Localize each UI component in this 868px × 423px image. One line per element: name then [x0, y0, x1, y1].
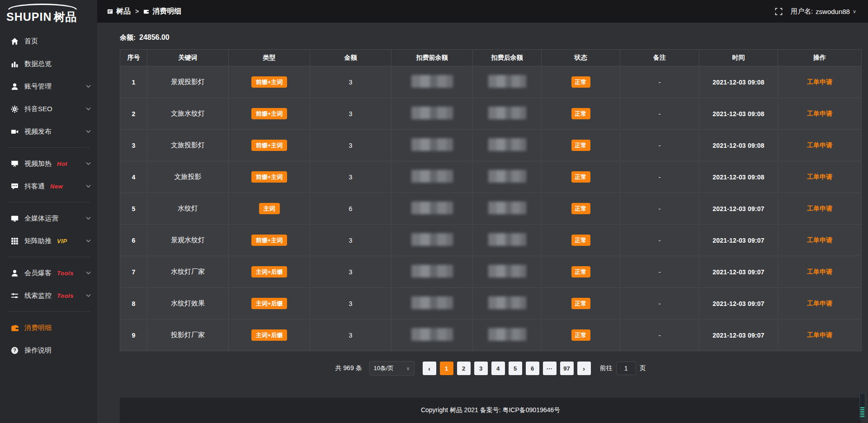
- sidebar-item-label: 数据总览: [24, 60, 52, 68]
- sidebar-item-question[interactable]: ? 操作说明: [0, 339, 97, 362]
- cell-remark: -: [620, 256, 699, 288]
- type-badge: 主词+后缀: [251, 266, 288, 277]
- question-icon: ?: [11, 347, 19, 354]
- ticket-request-link[interactable]: 工单申请: [807, 331, 832, 338]
- type-badge: 主词+后缀: [251, 329, 288, 341]
- status-badge: 正常: [571, 108, 590, 119]
- ticket-request-link[interactable]: 工单申请: [807, 173, 832, 180]
- page-button-4[interactable]: 4: [491, 362, 505, 375]
- ticket-request-link[interactable]: 工单申请: [807, 110, 832, 117]
- type-badge: 前缀+主词: [251, 76, 288, 88]
- sidebar-item-chat[interactable]: 抖客通 New: [0, 175, 97, 197]
- cell-time: 2021-12-03 09:07: [699, 193, 778, 225]
- column-header: 金额: [310, 50, 392, 66]
- sidebar-item-badge: New: [50, 183, 63, 190]
- sidebar-item-label: 操作说明: [24, 346, 52, 355]
- breadcrumb-root-label: 树品: [116, 7, 131, 16]
- sidebar-item-label: 会员爆客: [24, 269, 52, 277]
- page-button-group: 123456···97: [440, 362, 574, 375]
- ticket-request-link[interactable]: 工单申请: [807, 236, 832, 244]
- goto-page-input[interactable]: [616, 362, 636, 375]
- next-page-button[interactable]: ›: [577, 362, 591, 375]
- status-badge: 正常: [571, 140, 590, 151]
- sidebar-item-badge: Hot: [57, 160, 67, 167]
- sidebar-item-bar-chart[interactable]: 数据总览: [0, 52, 97, 75]
- cell-index: 8: [120, 288, 147, 320]
- wallet-icon: [11, 324, 19, 332]
- sidebar-item-label: 全媒体运营: [24, 214, 58, 223]
- type-badge: 前缀+主词: [251, 235, 288, 246]
- chevron-down-icon: [86, 216, 91, 220]
- sidebar-item-badge: VIP: [57, 238, 67, 244]
- sidebar-item-monitor[interactable]: 全媒体运营: [0, 207, 97, 230]
- breadcrumb-root[interactable]: 树品: [107, 7, 131, 16]
- cell-time: 2021-12-03 09:07: [699, 256, 778, 288]
- page-button-2[interactable]: 2: [457, 362, 471, 375]
- column-header: 扣费前余额: [392, 50, 473, 66]
- wallet-icon: [143, 9, 149, 14]
- page-button-3[interactable]: 3: [474, 362, 488, 375]
- bar-chart-icon: [11, 60, 19, 68]
- sidebar-item-label: 首页: [24, 37, 38, 46]
- ticket-request-link[interactable]: 工单申请: [807, 205, 832, 212]
- page-button-1[interactable]: 1: [440, 362, 453, 375]
- cell-remark: -: [620, 66, 699, 98]
- sidebar-item-wallet[interactable]: 消费明细: [0, 316, 97, 339]
- prev-page-button[interactable]: ‹: [423, 362, 436, 375]
- cell-keyword: 水纹灯效果: [147, 288, 229, 320]
- chevron-down-icon: [86, 130, 91, 133]
- cell-remark: -: [620, 193, 699, 225]
- fullscreen-icon[interactable]: [775, 8, 783, 15]
- ticket-request-link[interactable]: 工单申请: [807, 268, 832, 275]
- sidebar-menu: 首页 数据总览 账号管理 抖音SEO 视频发布 视频加热 Hot 抖客通 New…: [0, 29, 97, 423]
- cell-amount: 3: [310, 288, 392, 320]
- sidebar-item-home[interactable]: 首页: [0, 30, 97, 52]
- column-header: 操作: [778, 50, 862, 66]
- sidebar-item-label: 矩阵助推: [24, 237, 52, 245]
- status-badge: 正常: [571, 298, 590, 309]
- breadcrumb-current-label: 消费明细: [152, 7, 181, 16]
- cell-keyword: 文旅水纹灯: [147, 98, 229, 130]
- masked-balance-after: [488, 107, 526, 119]
- cell-remark: -: [620, 320, 699, 351]
- doc-icon: [107, 9, 113, 14]
- table-row: 2 文旅水纹灯 前缀+主词 3 正常 - 2021-12-03 09:08 工单…: [120, 98, 862, 130]
- balance-value: 24856.00: [139, 33, 170, 41]
- page-button-97[interactable]: 97: [560, 362, 574, 375]
- masked-balance-before: [411, 202, 453, 214]
- sidebar-item-screen[interactable]: 视频加热 Hot: [0, 152, 97, 175]
- more-pages-button[interactable]: ···: [543, 362, 557, 375]
- table-header-row: 序号关键词类型金额扣费前余额扣费后余额状态备注时间操作: [120, 50, 862, 66]
- chevron-down-icon: [86, 85, 91, 88]
- sidebar-item-grid[interactable]: 矩阵助推 VIP: [0, 230, 97, 252]
- pagination: 共 969 条 10条/页 ∨ ‹ 123456···97 › 前往 页: [120, 361, 861, 376]
- cell-index: 4: [120, 161, 147, 193]
- masked-balance-before: [411, 107, 453, 119]
- ticket-request-link[interactable]: 工单申请: [807, 300, 832, 307]
- breadcrumb-current[interactable]: 消费明细: [143, 7, 181, 16]
- sidebar-item-sliders[interactable]: 线索监控 Tools: [0, 284, 97, 307]
- masked-balance-before: [411, 233, 453, 246]
- sidebar-item-badge: Tools: [57, 292, 74, 299]
- status-badge: 正常: [571, 235, 590, 246]
- sidebar-item-member[interactable]: 会员爆客 Tools: [0, 262, 97, 284]
- page-button-6[interactable]: 6: [526, 362, 539, 375]
- page-size-select[interactable]: 10条/页 ∨: [369, 361, 415, 376]
- sidebar-item-user[interactable]: 账号管理: [0, 75, 97, 98]
- sidebar-item-gear[interactable]: 抖音SEO: [0, 98, 97, 120]
- sidebar-divider: [7, 202, 90, 202]
- masked-balance-after: [488, 296, 526, 309]
- cell-keyword: 景观水纹灯: [147, 225, 229, 256]
- type-badge: 前缀+主词: [251, 140, 288, 151]
- cell-remark: -: [620, 288, 699, 320]
- user-menu[interactable]: 用户名: zswodun88 ∨: [791, 7, 856, 16]
- sidebar-item-video-camera[interactable]: 视频发布: [0, 120, 97, 143]
- mini-scrollbar-widget[interactable]: [859, 393, 865, 419]
- ticket-request-link[interactable]: 工单申请: [807, 78, 832, 85]
- masked-balance-after: [488, 170, 526, 183]
- topbar: 树品 > 消费明细 用户名: zswodun88 ∨: [97, 0, 868, 23]
- ticket-request-link[interactable]: 工单申请: [807, 141, 832, 149]
- page-button-5[interactable]: 5: [509, 362, 522, 375]
- cell-index: 2: [120, 98, 147, 130]
- table-body: 1 景观投影灯 前缀+主词 3 正常 - 2021-12-03 09:08 工单…: [120, 66, 862, 351]
